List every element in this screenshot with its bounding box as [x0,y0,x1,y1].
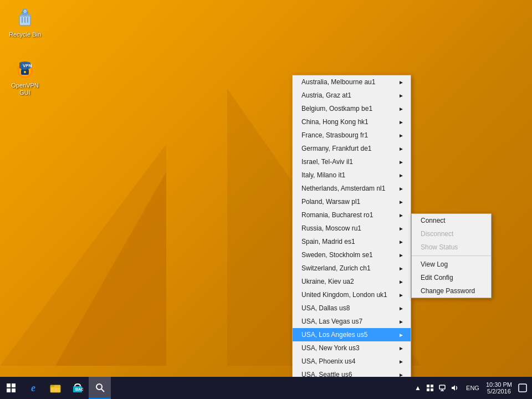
menu-item-australia[interactable]: Australia, Melbourne au1 ► [293,75,411,89]
svg-rect-21 [431,385,433,387]
menu-item-germany[interactable]: Germany, Frankfurt de1 ► [293,142,411,155]
svg-point-18 [96,384,102,390]
svg-rect-22 [427,388,429,391]
menu-item-israel[interactable]: Israel, Tel-Aviv il1 ► [293,155,411,168]
arrow-icon: ► [398,199,404,205]
arrow-icon: ► [398,239,404,245]
arrow-icon: ► [398,93,404,99]
taskbar-clock[interactable]: 10:30 PM 5/2/2016 [482,377,516,399]
arrow-icon: ► [398,146,404,152]
menu-item-netherlands[interactable]: Netherlands, Amsterdam nl1 ► [293,182,411,195]
menu-item-spain[interactable]: Spain, Madrid es1 ► [293,235,411,248]
menu-item-uk[interactable]: United Kingdom, London uk1 ► [293,288,411,301]
submenu-change-password[interactable]: Change Password [412,284,491,298]
menu-item-romania[interactable]: Romania, Bucharest ro1 ► [293,208,411,222]
openvpn-label: OpenVPN GUI [7,82,43,96]
arrow-icon: ► [398,186,404,192]
menu-item-ukraine[interactable]: Ukraine, Kiev ua2 ► [293,275,411,288]
tray-windows-icon[interactable] [425,383,435,393]
svg-rect-1 [19,14,30,17]
svg-rect-13 [12,388,16,392]
arrow-icon: ► [398,106,404,112]
svg-rect-11 [12,383,16,387]
arrow-icon: ► [398,159,404,165]
svg-marker-27 [452,385,455,391]
menu-item-usa-ny[interactable]: USA, New York us3 ► [293,341,411,355]
menu-item-austria[interactable]: Austria, Graz at1 ► [293,89,411,102]
menu-item-usa-lasvegas[interactable]: USA, Las Vegas us7 ► [293,315,411,328]
tray-expand-icon[interactable]: ▲ [413,383,423,393]
submenu-disconnect: Disconnect [412,227,491,241]
language-selector[interactable]: ENG [464,385,482,391]
svg-rect-28 [519,384,526,392]
arrow-icon: ► [398,172,404,178]
menu-item-switzerland[interactable]: Switzerland, Zurich ch1 ► [293,262,411,275]
menu-item-usa-phoenix[interactable]: USA, Phoenix us4 ► [293,355,411,368]
submenu-view-log[interactable]: View Log [412,258,491,271]
menu-item-italy[interactable]: Italy, Milano it1 ► [293,168,411,182]
arrow-icon: ► [398,359,404,365]
arrow-icon: ► [398,279,404,285]
svg-point-8 [24,71,26,73]
svg-rect-10 [7,383,11,387]
arrow-icon: ► [398,305,404,311]
menu-item-belgium[interactable]: Belgium, Oostkamp be1 ► [293,102,411,115]
menu-item-china[interactable]: China, Hong Kong hk1 ► [293,115,411,129]
context-menu: Australia, Melbourne au1 ► Austria, Graz… [292,75,411,399]
svg-line-19 [101,389,104,392]
svg-rect-12 [7,388,11,392]
arrow-icon: ► [398,292,404,298]
menu-item-usa-dallas[interactable]: USA, Dallas us8 ► [293,301,411,315]
svg-rect-23 [431,388,433,391]
search-button[interactable] [89,377,111,399]
arrow-icon: ► [398,132,404,139]
ie-button[interactable]: e [22,377,44,399]
arrow-icon: ► [398,345,404,351]
recycle-bin-image: ♻ [14,7,36,29]
tray-network-icon[interactable] [437,383,447,393]
svg-text:BAG: BAG [75,387,83,391]
arrow-icon: ► [398,252,404,258]
file-explorer-button[interactable] [44,377,66,399]
menu-item-sweden[interactable]: Sweden, Stockholm se1 ► [293,248,411,262]
submenu-separator [412,255,491,256]
svg-rect-15 [50,385,54,387]
recycle-bin-icon[interactable]: ♻ Recycle Bin [4,4,45,40]
submenu-edit-config[interactable]: Edit Config [412,271,491,284]
start-button[interactable] [0,377,22,399]
openvpn-icon[interactable]: VPN OpenVPN GUI [4,55,45,99]
arrow-icon: ► [398,226,404,232]
svg-rect-20 [427,385,429,387]
submenu-connect[interactable]: Connect [412,214,491,227]
menu-item-usa-la[interactable]: USA, Los Angeles us5 ► [293,328,411,341]
taskbar-right: ▲ [408,377,532,399]
arrow-icon: ► [398,265,404,272]
recycle-bin-label: Recycle Bin [9,31,41,38]
arrow-icon: ► [398,212,404,218]
store-button[interactable]: BAG [66,377,89,399]
svg-text:♻: ♻ [23,9,27,13]
menu-item-russia[interactable]: Russia, Moscow ru1 ► [293,222,411,235]
arrow-icon: ► [398,79,404,85]
menu-item-poland[interactable]: Poland, Warsaw pl1 ► [293,195,411,208]
svg-rect-24 [439,385,445,389]
arrow-icon: ► [398,319,404,325]
tray-volume-icon[interactable] [449,383,459,393]
submenu: Connect Disconnect Show Status View Log … [411,213,492,298]
taskbar: e BAG ▲ [0,377,532,399]
arrow-icon: ► [398,332,404,338]
submenu-show-status: Show Status [412,241,491,254]
svg-text:VPN: VPN [23,63,32,68]
notification-icon[interactable] [518,383,528,393]
arrow-icon: ► [398,119,404,125]
systray: ▲ [408,377,464,399]
menu-item-france[interactable]: France, Strasbourg fr1 ► [293,129,411,142]
openvpn-image: VPN [14,58,36,80]
